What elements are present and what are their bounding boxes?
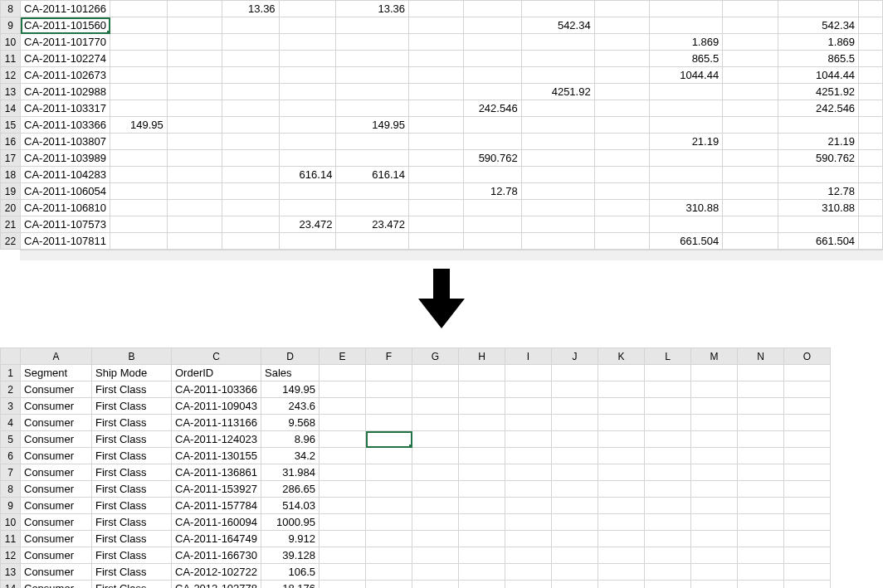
table-row[interactable]: 12ConsumerFirst ClassCA-2011-16673039.12…	[1, 547, 831, 564]
cell[interactable]: CA-2011-102274	[21, 51, 110, 67]
cell[interactable]	[459, 564, 505, 581]
cell[interactable]	[521, 200, 594, 216]
cell[interactable]	[408, 134, 463, 150]
cell[interactable]	[521, 34, 594, 51]
cell[interactable]	[279, 67, 336, 84]
cell[interactable]	[110, 84, 168, 100]
cell[interactable]	[412, 498, 459, 514]
table-row[interactable]: 22CA-2011-107811661.504661.504	[1, 233, 883, 250]
cell[interactable]	[691, 498, 738, 514]
cell[interactable]	[110, 216, 168, 233]
cell[interactable]	[521, 1, 594, 17]
cell[interactable]	[738, 464, 784, 481]
row-header[interactable]: 6	[1, 448, 21, 464]
cell[interactable]	[505, 498, 552, 514]
cell[interactable]: 514.03	[261, 498, 320, 514]
cell[interactable]: CA-2011-101770	[21, 34, 110, 51]
cell[interactable]	[598, 498, 645, 514]
cell[interactable]	[552, 431, 598, 448]
row-header[interactable]: 16	[1, 134, 21, 150]
cell[interactable]	[167, 216, 222, 233]
cell[interactable]	[366, 498, 412, 514]
cell[interactable]: Consumer	[21, 481, 92, 498]
cell[interactable]	[110, 1, 168, 17]
cell[interactable]	[650, 100, 723, 117]
cell[interactable]	[320, 531, 366, 547]
column-header[interactable]: F	[366, 348, 412, 365]
cell[interactable]	[279, 117, 336, 134]
cell[interactable]: CA-2011-103366	[172, 381, 261, 398]
cell[interactable]	[784, 581, 831, 589]
cell[interactable]	[336, 67, 409, 84]
cell[interactable]	[650, 183, 723, 200]
cell[interactable]: 1.869	[778, 34, 858, 51]
cell[interactable]	[552, 381, 598, 398]
cell[interactable]	[505, 398, 552, 415]
table-row[interactable]: 15CA-2011-103366149.95149.95	[1, 117, 883, 134]
cell[interactable]	[594, 167, 649, 183]
cell[interactable]	[412, 531, 459, 547]
cell[interactable]: 590.762	[464, 150, 521, 167]
row-header[interactable]: 9	[1, 498, 21, 514]
column-header[interactable]: L	[645, 348, 691, 365]
cell[interactable]	[594, 34, 649, 51]
cell[interactable]	[366, 415, 412, 431]
cell[interactable]	[110, 17, 168, 34]
cell[interactable]	[459, 581, 505, 589]
cell[interactable]: CA-2011-124023	[172, 431, 261, 448]
cell[interactable]	[594, 216, 649, 233]
cell[interactable]	[594, 117, 649, 134]
cell[interactable]	[167, 100, 222, 117]
row-header[interactable]: 22	[1, 233, 21, 250]
table-row[interactable]: 21CA-2011-10757323.47223.472	[1, 216, 883, 233]
cell[interactable]	[691, 381, 738, 398]
cell[interactable]	[464, 233, 521, 250]
cell[interactable]	[723, 134, 778, 150]
cell[interactable]	[336, 51, 409, 67]
cell[interactable]: CA-2012-102778	[172, 581, 261, 589]
cell[interactable]	[859, 84, 883, 100]
cell[interactable]	[645, 464, 691, 481]
cell[interactable]	[598, 381, 645, 398]
cell[interactable]: 23.472	[336, 216, 409, 233]
top-spreadsheet[interactable]: 8CA-2011-10126613.3613.369CA-2011-101560…	[0, 0, 883, 250]
cell[interactable]: 310.88	[650, 200, 723, 216]
cell[interactable]	[859, 117, 883, 134]
cell[interactable]	[505, 365, 552, 381]
cell[interactable]: 542.34	[521, 17, 594, 34]
cell[interactable]	[279, 233, 336, 250]
cell[interactable]	[412, 415, 459, 431]
cell[interactable]	[412, 547, 459, 564]
cell[interactable]	[459, 448, 505, 464]
cell[interactable]: Consumer	[21, 448, 92, 464]
cell[interactable]	[645, 431, 691, 448]
cell[interactable]	[336, 100, 409, 117]
cell[interactable]	[784, 481, 831, 498]
cell[interactable]	[723, 67, 778, 84]
cell[interactable]	[459, 531, 505, 547]
cell[interactable]	[279, 150, 336, 167]
cell[interactable]	[723, 167, 778, 183]
cell[interactable]	[279, 34, 336, 51]
cell[interactable]	[778, 167, 858, 183]
cell[interactable]: CA-2012-102722	[172, 564, 261, 581]
cell[interactable]	[110, 51, 168, 67]
cell[interactable]	[598, 398, 645, 415]
cell[interactable]	[859, 1, 883, 17]
row-header[interactable]: 19	[1, 183, 21, 200]
cell[interactable]	[464, 67, 521, 84]
cell[interactable]	[336, 200, 409, 216]
table-row[interactable]: 9CA-2011-101560542.34542.34	[1, 17, 883, 34]
cell[interactable]	[650, 167, 723, 183]
cell[interactable]	[552, 464, 598, 481]
column-header[interactable]: I	[505, 348, 552, 365]
row-header[interactable]: 14	[1, 100, 21, 117]
cell[interactable]	[412, 481, 459, 498]
cell[interactable]: 243.6	[261, 398, 320, 415]
cell[interactable]: 13.36	[336, 1, 409, 17]
cell[interactable]	[366, 365, 412, 381]
cell[interactable]	[459, 365, 505, 381]
cell[interactable]	[784, 531, 831, 547]
table-row[interactable]: 16CA-2011-10380721.1921.19	[1, 134, 883, 150]
row-header[interactable]: 11	[1, 51, 21, 67]
